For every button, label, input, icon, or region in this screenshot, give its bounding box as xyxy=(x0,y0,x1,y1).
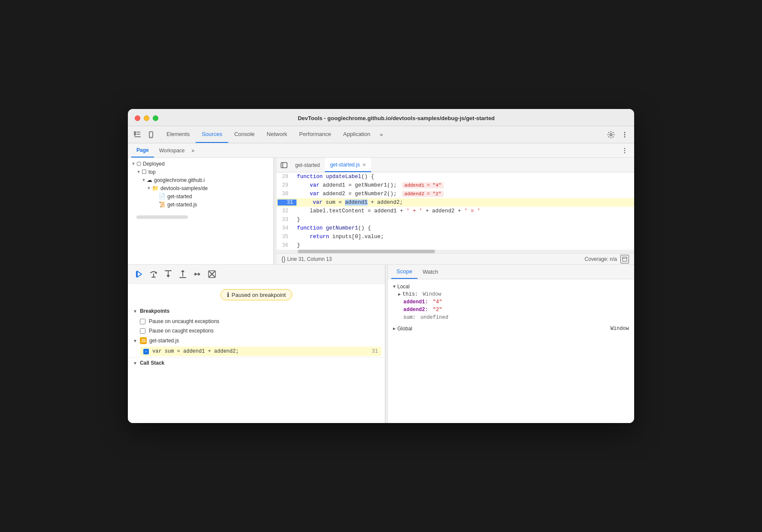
svg-point-11 xyxy=(624,148,626,149)
local-label: Local xyxy=(397,284,410,290)
bottom-panel: ℹ Paused on breakpoint ▼ Breakpoints Pau… xyxy=(128,264,634,423)
tree-label-get-started: get-started xyxy=(167,193,192,200)
tab-sources[interactable]: Sources xyxy=(196,126,228,143)
tree-item-deployed[interactable]: ▼ ⬡ Deployed xyxy=(128,160,273,168)
tree-item-get-started[interactable]: ▶ 📄 get-started xyxy=(128,192,273,200)
bp-js-icon: JS xyxy=(140,337,147,344)
breakpoints-section-header[interactable]: ▼ Breakpoints xyxy=(128,305,385,317)
settings-icon[interactable] xyxy=(605,129,617,141)
line-content-31: var sum = addend1 + addend2; xyxy=(296,200,634,206)
svg-point-12 xyxy=(624,150,626,151)
sub-tab-more[interactable]: » xyxy=(190,148,197,154)
mobile-icon[interactable] xyxy=(145,129,157,141)
devtools-toolbar: Elements Sources Console Network Perform… xyxy=(128,126,634,143)
svg-marker-27 xyxy=(181,270,184,272)
code-editor[interactable]: 28 function updateLabel() { 29 var adden… xyxy=(276,172,634,250)
scope-tab-watch[interactable]: Watch xyxy=(417,265,443,279)
line-content-35: return inputs[0].value; xyxy=(293,234,634,240)
pause-uncaught-checkbox[interactable] xyxy=(140,319,145,324)
tree-item-devtools-samples[interactable]: ▼ 📁 devtools-samples/de xyxy=(128,184,273,192)
line-num-34: 34 xyxy=(276,225,293,231)
breakpoint-file: ▼ JS get-started.js xyxy=(128,336,385,346)
minimize-button[interactable] xyxy=(144,115,149,121)
tab-elements[interactable]: Elements xyxy=(160,126,196,143)
svg-point-10 xyxy=(624,136,626,137)
line-num-28: 28 xyxy=(276,174,293,180)
call-stack-header[interactable]: ▼ Call Stack xyxy=(128,357,385,369)
svg-marker-18 xyxy=(137,271,142,277)
bp-checkbox[interactable]: ✓ xyxy=(143,349,149,354)
status-position: Line 31, Column 13 xyxy=(287,256,332,262)
toggle-sidebar-icon[interactable] xyxy=(278,159,290,171)
code-line-33: 33 } xyxy=(276,215,634,224)
close-tab-icon[interactable]: × xyxy=(363,162,366,168)
svg-rect-14 xyxy=(281,163,287,168)
svg-rect-1 xyxy=(134,134,136,135)
tab-file-get-started[interactable]: get-started xyxy=(290,158,325,172)
sub-tab-workspace[interactable]: Workspace xyxy=(154,143,190,157)
sub-tab-page[interactable]: Page xyxy=(131,143,154,157)
line-content-36: } xyxy=(293,242,634,248)
more-options-icon[interactable] xyxy=(619,129,631,141)
line-num-35: 35 xyxy=(276,234,293,240)
code-line-34: 34 function getNumber1() { xyxy=(276,224,634,233)
more-tabs-button[interactable]: » xyxy=(376,131,386,138)
tree-item-domain[interactable]: ▼ ☁ googlechrome.github.i xyxy=(128,176,273,184)
tab-file-get-started-js[interactable]: get-started.js × xyxy=(325,158,371,172)
inspect-icon[interactable] xyxy=(131,129,143,141)
line-num-33: 33 xyxy=(276,217,293,223)
breakpoint-item[interactable]: ✓ var sum = addend1 + addend2; 31 xyxy=(140,347,381,356)
more-options-sub-icon[interactable] xyxy=(619,145,631,157)
file-tree: ▼ ⬡ Deployed ▼ ☐ top ▼ ☁ googlechrome.gi… xyxy=(128,158,274,264)
code-line-29: 29 var addend1 = getNumber1();addend1 = … xyxy=(276,181,634,190)
maximize-button[interactable] xyxy=(153,115,158,121)
scope-global-header[interactable]: ▶ Global Window xyxy=(388,325,634,332)
tab-console[interactable]: Console xyxy=(228,126,261,143)
pause-uncaught-item: Pause on uncaught exceptions xyxy=(128,317,385,326)
svg-rect-3 xyxy=(136,134,140,135)
scope-local-header[interactable]: ▼ Local xyxy=(388,283,634,290)
bp-file-arrow: ▼ xyxy=(133,339,137,343)
step-btn[interactable] xyxy=(191,268,203,280)
deactivate-btn[interactable] xyxy=(206,268,218,280)
line-content-28: function updateLabel() { xyxy=(293,174,634,180)
call-stack-label: Call Stack xyxy=(140,360,164,366)
resume-btn[interactable] xyxy=(133,268,145,280)
tab-network[interactable]: Network xyxy=(261,126,293,143)
tree-arrow-top: ▼ xyxy=(136,169,142,174)
tree-arrow-devtools-samples: ▼ xyxy=(147,186,152,190)
scope-tab-scope[interactable]: Scope xyxy=(391,265,417,279)
scope-this-item[interactable]: ▶ this: Window xyxy=(388,290,634,298)
close-button[interactable] xyxy=(135,115,140,121)
file-icon: 📄 xyxy=(159,193,166,200)
scrollbar-thumb[interactable] xyxy=(298,250,435,253)
tab-performance[interactable]: Performance xyxy=(293,126,337,143)
sources-sub-toolbar: Page Workspace » xyxy=(128,143,634,158)
status-bar: {} Line 31, Column 13 Coverage: n/a xyxy=(276,253,634,264)
step-into-btn[interactable] xyxy=(162,268,174,280)
line-content-34: function getNumber1() { xyxy=(293,225,634,231)
global-val: Window xyxy=(611,326,629,332)
devtools-window: DevTools - googlechrome.github.io/devtoo… xyxy=(128,109,634,423)
tree-item-get-started-js[interactable]: ▶ 📜 get-started.js xyxy=(128,200,273,209)
svg-point-6 xyxy=(151,136,151,137)
cloud-icon: ☁ xyxy=(147,177,152,183)
folder-icon: 📁 xyxy=(152,185,159,191)
box-icon: ⬡ xyxy=(136,160,141,167)
paused-text: Paused on breakpoint xyxy=(232,292,286,298)
tree-label-top: top xyxy=(148,169,156,175)
toolbar-actions xyxy=(605,129,631,141)
window-title: DevTools - googlechrome.github.io/devtoo… xyxy=(165,115,627,121)
debug-panel: ℹ Paused on breakpoint ▼ Breakpoints Pau… xyxy=(128,265,385,423)
tree-item-top[interactable]: ▼ ☐ top xyxy=(128,168,273,176)
code-line-31: 31 var sum = addend1 + addend2; xyxy=(276,198,634,207)
coverage-icon[interactable] xyxy=(620,255,629,263)
call-stack-arrow: ▼ xyxy=(133,361,137,366)
title-bar: DevTools - googlechrome.github.io/devtoo… xyxy=(128,109,634,126)
horizontal-scrollbar[interactable] xyxy=(276,250,634,253)
pause-caught-checkbox[interactable] xyxy=(140,328,145,334)
step-over-btn[interactable] xyxy=(148,268,160,280)
tab-application[interactable]: Application xyxy=(337,126,377,143)
breakpoints-label: Breakpoints xyxy=(140,308,169,314)
step-out-btn[interactable] xyxy=(177,268,189,280)
